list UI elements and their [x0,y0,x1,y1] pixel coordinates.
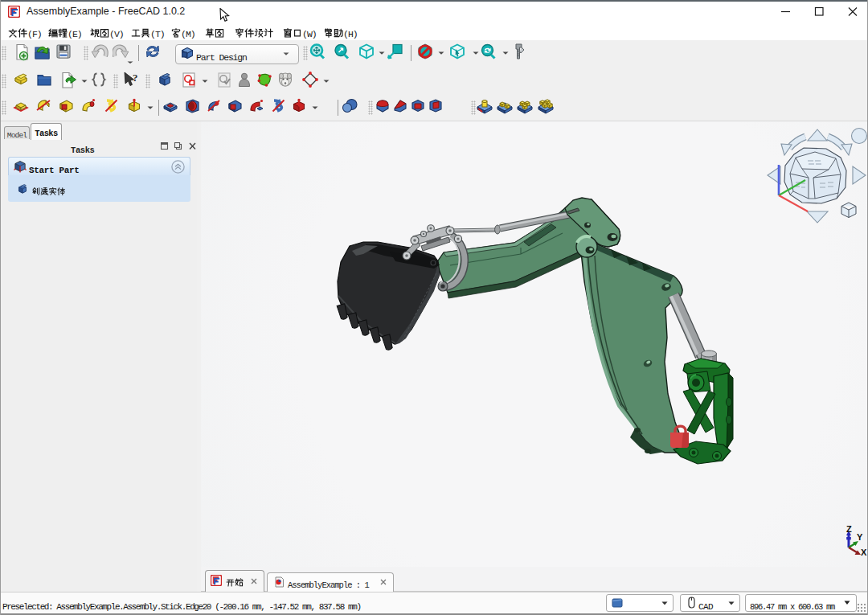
svg-text:Y: Y [857,532,863,542]
svg-text:?: ? [133,72,138,84]
svg-text:Z: Z [846,524,852,534]
svg-text:X: X [861,547,867,557]
